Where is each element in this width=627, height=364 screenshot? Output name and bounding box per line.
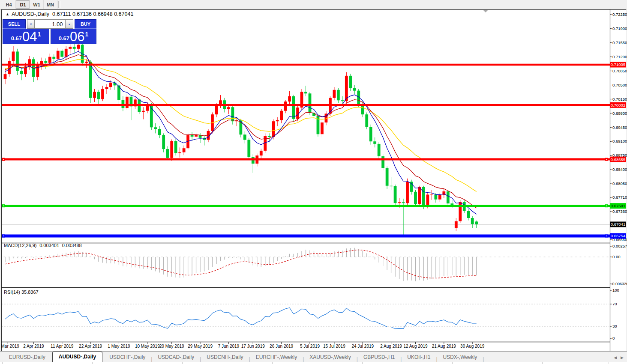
candle-body bbox=[349, 76, 352, 88]
candle-body bbox=[434, 194, 437, 199]
candle-body bbox=[471, 218, 474, 224]
chart-tab-eurusd-daily[interactable]: EURUSD-,Daily bbox=[3, 352, 51, 362]
buy-price-pip: 1 bbox=[85, 31, 89, 38]
axis-tick-label: 0.71200 bbox=[612, 54, 627, 59]
macd-indicator-label: MACD(12,26,9) -0.003401 -0.003488 bbox=[4, 243, 82, 248]
candle-body bbox=[402, 202, 405, 203]
horizontal-line-0.66754[interactable] bbox=[2, 234, 610, 237]
sell-price-pip: 1 bbox=[38, 31, 41, 38]
sell-button[interactable]: SELL bbox=[3, 19, 26, 29]
axis-tick-label: 0.68400 bbox=[612, 167, 627, 172]
candle-body bbox=[126, 97, 129, 108]
candle-body bbox=[85, 62, 88, 63]
candle-body bbox=[321, 122, 324, 134]
current-price-label: 0.67041 bbox=[610, 221, 626, 227]
svg-text:0.70002: 0.70002 bbox=[611, 103, 625, 107]
candle-body bbox=[394, 186, 397, 203]
candle-body bbox=[467, 211, 470, 218]
volume-increase-button[interactable]: ▲ bbox=[65, 19, 73, 29]
axis-tick-label: 0.69800 bbox=[612, 111, 627, 116]
collapse-triangle-icon[interactable]: ▲ bbox=[6, 12, 9, 16]
candle-body bbox=[304, 92, 307, 94]
candle-body bbox=[284, 101, 287, 111]
candle-body bbox=[48, 57, 51, 63]
candle-body bbox=[288, 96, 291, 101]
candle-body bbox=[260, 151, 263, 155]
candle-body bbox=[142, 111, 145, 112]
date-label: 24 Jul 2019 bbox=[351, 344, 374, 349]
candle-body bbox=[97, 92, 100, 99]
candle-body bbox=[398, 202, 401, 203]
horizontal-line-0.68655[interactable] bbox=[2, 158, 610, 161]
candle-body bbox=[227, 107, 230, 109]
price-label-0.66754: 0.66754 bbox=[610, 233, 626, 239]
candle-body bbox=[154, 127, 157, 129]
candle-body bbox=[430, 194, 433, 195]
svg-text:0.68655: 0.68655 bbox=[611, 157, 625, 162]
date-label: 2 Apr 2019 bbox=[23, 344, 44, 349]
candle-body bbox=[337, 90, 340, 100]
chart-tab-gbpusd-h1[interactable]: GBPUSD-,H1 bbox=[358, 352, 400, 362]
chart-symbol-label: AUDUSD-,Daily bbox=[12, 11, 49, 17]
buy-button[interactable]: BUY bbox=[75, 19, 96, 29]
tab-scroll-right-icon[interactable]: ▶ bbox=[621, 355, 624, 360]
candle-body bbox=[231, 107, 234, 121]
candle-body bbox=[438, 195, 441, 199]
axis-tick-label: 70 bbox=[612, 301, 617, 306]
candle-body bbox=[174, 141, 177, 153]
candle-body bbox=[65, 49, 68, 57]
chart-tab-usdchf-daily[interactable]: USDCHF-,Daily bbox=[104, 352, 151, 362]
buy-price-panel[interactable]: 0.67 06 1 bbox=[51, 29, 96, 44]
chart-tab-usdcnh-daily[interactable]: USDCNH-,Daily bbox=[201, 352, 249, 362]
axis-tick-label: 0.70850 bbox=[612, 69, 627, 73]
candle-body bbox=[170, 141, 173, 158]
candle-body bbox=[247, 140, 250, 157]
buy-price-prefix: 0.67 bbox=[59, 35, 69, 42]
volume-input[interactable] bbox=[35, 19, 65, 29]
tab-scroll-left-icon[interactable]: ◀ bbox=[614, 355, 617, 360]
sell-price-big-digits: 04 bbox=[22, 31, 37, 43]
tab-separator: | bbox=[483, 356, 484, 362]
chart-tab-usdx-weekly[interactable]: USDX-,Weekly bbox=[438, 352, 483, 362]
candle-body bbox=[381, 156, 384, 168]
candle-body bbox=[365, 114, 368, 127]
arrow-up-icon: ▲ bbox=[68, 23, 71, 26]
terminal-edge-strip bbox=[0, 362, 627, 364]
date-label: 22 Apr 2019 bbox=[79, 344, 102, 349]
arrow-down-icon: ▼ bbox=[30, 23, 33, 26]
candle-body bbox=[4, 74, 7, 79]
candle-body bbox=[378, 144, 381, 156]
sell-price-panel[interactable]: 0.67 04 1 bbox=[3, 29, 49, 44]
candle-body bbox=[77, 45, 80, 48]
chart-tab-eurchf-weekly[interactable]: EURCHF-,Weekly bbox=[250, 352, 303, 362]
chart-canvas: 0.722500.719000.715500.712000.708500.705… bbox=[0, 0, 627, 364]
candle-body bbox=[268, 136, 271, 137]
candle-body bbox=[36, 65, 39, 77]
chart-tab-ukoil-h1[interactable]: UKOil-,H1 bbox=[402, 352, 436, 362]
chart-tab-audusd-daily[interactable]: AUDUSD-,Daily bbox=[52, 352, 102, 362]
candle-body bbox=[105, 87, 108, 89]
axis-tick-label: 100 bbox=[612, 288, 619, 292]
candle-body bbox=[390, 186, 393, 186]
chart-title: ▲AUDUSD-,Daily 0.67111 0.67136 0.66948 0… bbox=[6, 11, 133, 17]
mt4-terminal: H4D1W1MN 0.722500.719000.715500.712000.7… bbox=[0, 0, 627, 364]
candle-body bbox=[73, 47, 76, 49]
chart-tab-usdcad-daily[interactable]: USDCAD-,Daily bbox=[152, 352, 200, 362]
candle-body bbox=[52, 57, 55, 59]
candle-body bbox=[418, 187, 421, 204]
candle-body bbox=[109, 83, 112, 87]
chart-tab-xauusd-weekly[interactable]: XAUUSD-,Weekly bbox=[304, 352, 356, 362]
svg-text:0.67501: 0.67501 bbox=[611, 203, 625, 208]
price-label-0.71005: 0.71005 bbox=[610, 62, 626, 68]
axis-tick-label: 0.69100 bbox=[612, 139, 627, 143]
candle-body bbox=[447, 191, 450, 203]
candle-body bbox=[272, 121, 275, 137]
volume-decrease-button[interactable]: ▼ bbox=[27, 19, 35, 29]
axis-tick-label: 0.71550 bbox=[612, 40, 627, 45]
candle-body bbox=[455, 221, 458, 228]
axis-tick-label: 0.70500 bbox=[612, 83, 627, 87]
candle-body bbox=[276, 120, 279, 121]
date-label: 10 May 2019 bbox=[135, 344, 160, 349]
date-label: 20 May 2019 bbox=[159, 344, 184, 349]
horizontal-line-0.67501[interactable] bbox=[2, 204, 610, 207]
